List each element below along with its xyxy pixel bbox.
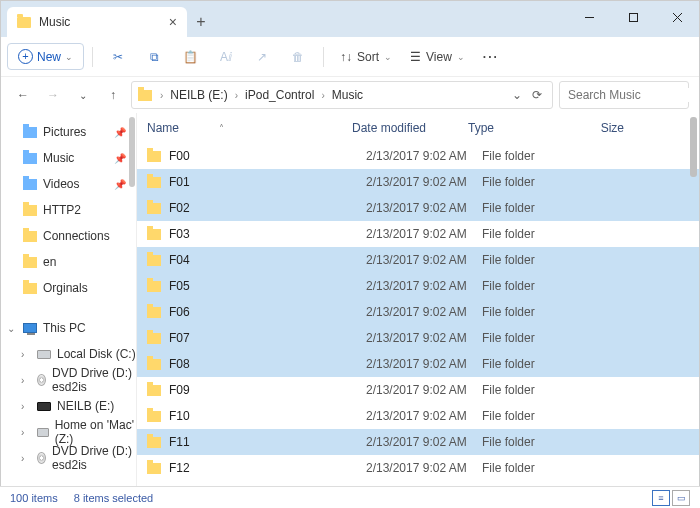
file-type: File folder bbox=[482, 279, 578, 293]
chevron-right-icon[interactable]: › bbox=[21, 453, 24, 464]
column-name[interactable]: Name˄ bbox=[147, 121, 352, 135]
chevron-right-icon: › bbox=[319, 90, 326, 101]
address-row: ← → ⌄ ↑ › NEILB (E:) › iPod_Control › Mu… bbox=[1, 77, 699, 113]
view-button[interactable]: ☰ View ⌄ bbox=[402, 45, 473, 69]
new-button[interactable]: + New ⌄ bbox=[7, 43, 84, 70]
file-name: F03 bbox=[169, 227, 366, 241]
file-row[interactable]: F002/13/2017 9:02 AMFile folder bbox=[137, 143, 699, 169]
file-date: 2/13/2017 9:02 AM bbox=[366, 253, 482, 267]
sort-button[interactable]: ↑↓ Sort ⌄ bbox=[332, 45, 400, 69]
navpane-drive-item[interactable]: ›Local Disk (C:) bbox=[1, 341, 136, 367]
refresh-icon[interactable]: ⟳ bbox=[528, 88, 546, 102]
folder-icon bbox=[17, 17, 31, 28]
cut-icon[interactable]: ✂ bbox=[101, 42, 135, 72]
forward-button[interactable]: → bbox=[41, 83, 65, 107]
address-chevron-icon[interactable]: ⌄ bbox=[508, 88, 526, 102]
close-tab-icon[interactable]: × bbox=[169, 14, 177, 30]
folder-icon bbox=[23, 153, 37, 164]
search-box[interactable]: ⌕ bbox=[559, 81, 689, 109]
delete-icon[interactable]: 🗑 bbox=[281, 42, 315, 72]
scrollbar[interactable] bbox=[690, 117, 697, 177]
paste-icon[interactable]: 📋 bbox=[173, 42, 207, 72]
copy-icon[interactable]: ⧉ bbox=[137, 42, 171, 72]
column-type[interactable]: Type bbox=[468, 121, 564, 135]
file-row[interactable]: F042/13/2017 9:02 AMFile folder bbox=[137, 247, 699, 273]
navpane-item[interactable]: Videos📌 bbox=[1, 171, 136, 197]
column-size[interactable]: Size bbox=[564, 121, 624, 135]
chevron-right-icon[interactable]: › bbox=[21, 401, 24, 412]
up-button[interactable]: ↑ bbox=[101, 83, 125, 107]
navpane-label: Connections bbox=[43, 229, 110, 243]
recent-chevron-icon[interactable]: ⌄ bbox=[71, 83, 95, 107]
breadcrumb-segment[interactable]: NEILB (E:) bbox=[167, 86, 230, 104]
folder-icon bbox=[23, 205, 37, 216]
plus-circle-icon: + bbox=[18, 49, 33, 64]
address-bar[interactable]: › NEILB (E:) › iPod_Control › Music ⌄ ⟳ bbox=[131, 81, 553, 109]
file-date: 2/13/2017 9:02 AM bbox=[366, 149, 482, 163]
file-row[interactable]: F062/13/2017 9:02 AMFile folder bbox=[137, 299, 699, 325]
item-count: 100 items bbox=[10, 492, 58, 504]
folder-icon bbox=[23, 179, 37, 190]
chevron-down-icon[interactable]: ⌄ bbox=[7, 323, 15, 334]
rename-icon[interactable]: Aⅈ bbox=[209, 42, 243, 72]
maximize-button[interactable] bbox=[611, 1, 655, 33]
navpane-item[interactable]: Pictures📌 bbox=[1, 119, 136, 145]
folder-icon bbox=[147, 307, 161, 318]
file-type: File folder bbox=[482, 409, 578, 423]
search-input[interactable] bbox=[568, 88, 700, 102]
file-type: File folder bbox=[482, 305, 578, 319]
file-row[interactable]: F112/13/2017 9:02 AMFile folder bbox=[137, 429, 699, 455]
file-row[interactable]: F092/13/2017 9:02 AMFile folder bbox=[137, 377, 699, 403]
details-view-button[interactable]: ≡ bbox=[652, 490, 670, 506]
file-date: 2/13/2017 9:02 AM bbox=[366, 227, 482, 241]
minimize-button[interactable] bbox=[567, 1, 611, 33]
file-type: File folder bbox=[482, 461, 578, 475]
navpane-label: en bbox=[43, 255, 56, 269]
chevron-right-icon[interactable]: › bbox=[21, 375, 24, 386]
file-row[interactable]: F022/13/2017 9:02 AMFile folder bbox=[137, 195, 699, 221]
drive-label: DVD Drive (D:) esd2is bbox=[52, 444, 136, 472]
navpane-item[interactable]: Music📌 bbox=[1, 145, 136, 171]
tab-title: Music bbox=[39, 15, 161, 29]
new-tab-button[interactable]: + bbox=[187, 8, 215, 36]
status-bar: 100 items 8 items selected ≡ ▭ bbox=[0, 486, 700, 508]
file-row[interactable]: F052/13/2017 9:02 AMFile folder bbox=[137, 273, 699, 299]
thumbnails-view-button[interactable]: ▭ bbox=[672, 490, 690, 506]
view-label: View bbox=[426, 50, 452, 64]
file-row[interactable]: F072/13/2017 9:02 AMFile folder bbox=[137, 325, 699, 351]
file-date: 2/13/2017 9:02 AM bbox=[366, 409, 482, 423]
back-button[interactable]: ← bbox=[11, 83, 35, 107]
navpane-item[interactable]: Connections bbox=[1, 223, 136, 249]
folder-icon bbox=[23, 257, 37, 268]
column-date[interactable]: Date modified bbox=[352, 121, 468, 135]
more-button[interactable]: ··· bbox=[475, 50, 507, 64]
navpane-drive-item[interactable]: ›DVD Drive (D:) esd2is bbox=[1, 367, 136, 393]
this-pc-item[interactable]: ⌄ This PC bbox=[1, 315, 136, 341]
breadcrumb-segment[interactable]: iPod_Control bbox=[242, 86, 317, 104]
scrollbar[interactable] bbox=[129, 117, 135, 187]
file-row[interactable]: F032/13/2017 9:02 AMFile folder bbox=[137, 221, 699, 247]
navpane-item[interactable]: HTTP2 bbox=[1, 197, 136, 223]
drive-icon bbox=[37, 350, 51, 359]
share-icon[interactable]: ↗ bbox=[245, 42, 279, 72]
chevron-right-icon[interactable]: › bbox=[21, 427, 24, 438]
file-row[interactable]: F012/13/2017 9:02 AMFile folder bbox=[137, 169, 699, 195]
svg-rect-1 bbox=[629, 13, 637, 21]
close-button[interactable] bbox=[655, 1, 699, 33]
navpane-item[interactable]: en bbox=[1, 249, 136, 275]
file-row[interactable]: F122/13/2017 9:02 AMFile folder bbox=[137, 455, 699, 481]
disc-icon bbox=[37, 374, 46, 386]
navpane-drive-item[interactable]: ›DVD Drive (D:) esd2is bbox=[1, 445, 136, 471]
chevron-right-icon[interactable]: › bbox=[21, 349, 24, 360]
file-type: File folder bbox=[482, 149, 578, 163]
folder-icon bbox=[23, 231, 37, 242]
breadcrumb-segment[interactable]: Music bbox=[329, 86, 366, 104]
navpane-drive-item[interactable]: ›Home on 'Mac' (Z:) bbox=[1, 419, 136, 445]
navpane-item[interactable]: Orginals bbox=[1, 275, 136, 301]
navpane-drive-item[interactable]: ›NEILB (E:) bbox=[1, 393, 136, 419]
pc-icon bbox=[23, 323, 37, 333]
selection-count: 8 items selected bbox=[74, 492, 153, 504]
window-tab[interactable]: Music × bbox=[7, 7, 187, 37]
file-row[interactable]: F082/13/2017 9:02 AMFile folder bbox=[137, 351, 699, 377]
file-row[interactable]: F102/13/2017 9:02 AMFile folder bbox=[137, 403, 699, 429]
